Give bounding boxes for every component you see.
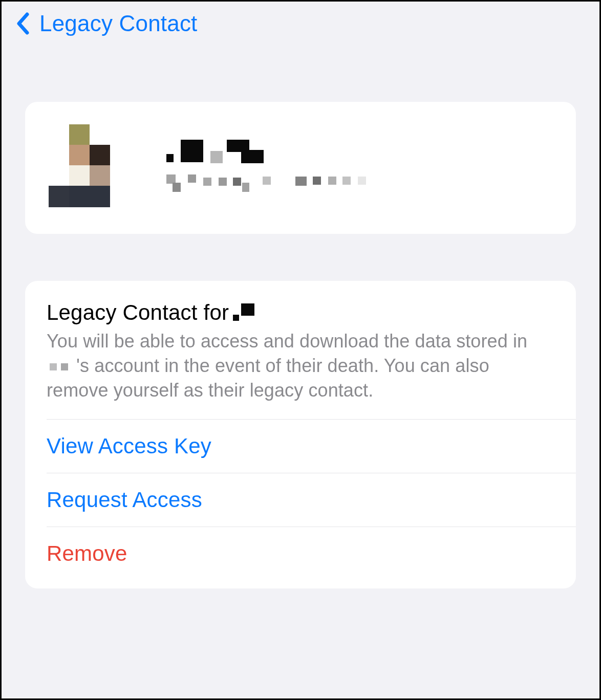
view-access-key-button[interactable]: View Access Key	[25, 420, 576, 473]
details-desc-part1: You will be able to access and download …	[47, 331, 527, 352]
remove-button[interactable]: Remove	[25, 527, 576, 588]
back-button[interactable]	[16, 11, 30, 36]
redacted-name-inline	[233, 308, 254, 320]
details-title-text: Legacy Contact for	[47, 300, 229, 325]
nav-title[interactable]: Legacy Contact	[39, 11, 198, 36]
request-access-button[interactable]: Request Access	[25, 473, 576, 527]
contact-name-redacted	[166, 140, 552, 164]
chevron-left-icon	[16, 11, 30, 36]
details-card: Legacy Contact for You will be able to a…	[25, 281, 576, 588]
contact-info	[166, 140, 552, 192]
redacted-name-inline-2	[50, 363, 68, 370]
details-title: Legacy Contact for	[47, 300, 554, 325]
nav-bar: Legacy Contact	[2, 2, 599, 46]
details-description: You will be able to access and download …	[47, 329, 554, 403]
avatar	[49, 124, 131, 207]
contact-card	[25, 102, 576, 234]
details-desc-part2: 's account in the event of their death. …	[47, 355, 489, 401]
details-header: Legacy Contact for You will be able to a…	[25, 300, 576, 419]
contact-subtitle-redacted	[166, 174, 552, 192]
